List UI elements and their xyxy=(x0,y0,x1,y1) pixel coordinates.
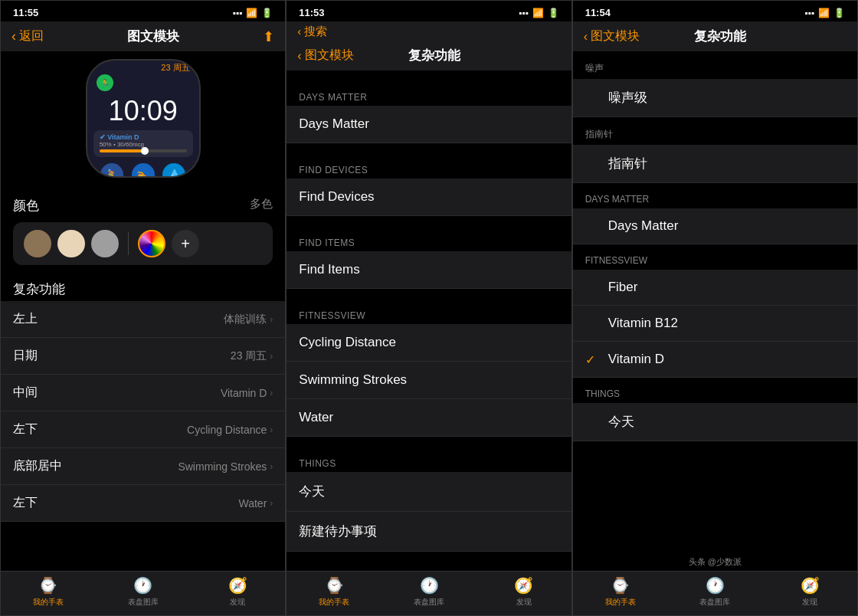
settings-row-center[interactable]: 中间 Vitamin D › xyxy=(1,375,285,411)
row-right-date: 23 周五 › xyxy=(231,349,273,363)
chevron-bottomright: › xyxy=(270,498,273,509)
row-right-topleft: 体能训练 › xyxy=(224,313,273,326)
battery-icon: 🔋 xyxy=(261,8,273,18)
tab-mywatch-3[interactable]: ⌚ 我的手表 xyxy=(573,576,668,608)
share-icon[interactable]: ⬆ xyxy=(263,28,274,45)
row-fiber[interactable]: Fiber xyxy=(573,270,857,306)
row-noise-level[interactable]: 噪声级 xyxy=(573,79,857,117)
watch-icons-row: 🚴 🏊 💧 xyxy=(87,160,199,178)
row-today-3[interactable]: 今天 xyxy=(573,403,857,441)
tab-mywatch-2[interactable]: ⌚ 我的手表 xyxy=(287,576,382,608)
signal-icon-2: ▪▪▪ xyxy=(519,8,529,18)
swatch-multicolor[interactable] xyxy=(138,230,165,257)
swatch-divider xyxy=(128,232,129,255)
back-button-1[interactable]: ‹ 返回 xyxy=(11,28,44,44)
tab-gallery-1[interactable]: 🕐 表盘图库 xyxy=(96,576,191,608)
section-header-finditems: FIND ITEMS xyxy=(287,231,571,251)
settings-row-date[interactable]: 日期 23 周五 › xyxy=(1,338,285,375)
gap-3 xyxy=(287,216,571,231)
label-vitaminb12: Vitamin B12 xyxy=(608,316,678,331)
swatch-brown[interactable] xyxy=(24,230,51,257)
swatch-beige[interactable] xyxy=(57,230,85,257)
add-color-button[interactable]: + xyxy=(172,230,199,257)
row-label-center: 中间 xyxy=(13,385,38,401)
tab-gallery-3[interactable]: 🕐 表盘图库 xyxy=(667,576,762,608)
status-icons-1: ▪▪▪ 📶 🔋 xyxy=(233,8,273,18)
list-item-daysmatter[interactable]: Days Matter xyxy=(287,106,571,143)
tab-icon-watch-2: ⌚ xyxy=(325,576,344,595)
row-vitaminb12[interactable]: Vitamin B12 xyxy=(573,306,857,342)
panel2: 11:53 ▪▪▪ 📶 🔋 ‹ 搜索 ‹ 图文模块 复杂功能 DAYS MATT… xyxy=(286,0,571,616)
tab-gallery-2[interactable]: 🕐 表盘图库 xyxy=(382,576,476,608)
time-1: 11:55 xyxy=(13,7,38,18)
row-compass[interactable]: 指南针 xyxy=(573,145,857,183)
gap-2 xyxy=(287,143,571,159)
section-days-matter: DAYS MATTER xyxy=(573,183,857,208)
list-item-cycling[interactable]: Cycling Distance xyxy=(287,324,571,362)
settings-row-bottomcenter[interactable]: 底部居中 Swimming Strokes › xyxy=(1,448,285,485)
list-item-newtodo[interactable]: 新建待办事项 xyxy=(287,512,571,552)
list-item-swimming[interactable]: Swimming Strokes xyxy=(287,362,571,399)
color-section-header: 颜色 多色 xyxy=(13,197,273,215)
row-right-bottomleft: Cycling Distance › xyxy=(187,424,273,436)
back-button-3[interactable]: ‹ 图文模块 xyxy=(584,28,640,44)
label-noise-level: 噪声级 xyxy=(608,89,647,106)
tab-discover-1[interactable]: 🧭 发现 xyxy=(191,576,286,608)
tab-discover-3[interactable]: 🧭 发现 xyxy=(762,576,857,608)
label-today-3: 今天 xyxy=(608,413,634,431)
wifi-icon-2: 📶 xyxy=(532,8,544,18)
tab-discover-2[interactable]: 🧭 发现 xyxy=(476,576,571,608)
swatch-gray[interactable] xyxy=(91,230,119,257)
back-label-1: 返回 xyxy=(19,28,44,44)
nav-bar-3: ‹ 图文模块 复杂功能 xyxy=(573,21,857,51)
tab-label-watch-2: 我的手表 xyxy=(319,597,349,608)
settings-row-topleft[interactable]: 左上 体能训练 › xyxy=(1,301,285,338)
list-item-water[interactable]: Water xyxy=(287,399,571,437)
time-3: 11:54 xyxy=(585,7,611,18)
chevron-bottomleft: › xyxy=(270,424,273,435)
row-vitamind[interactable]: ✓ Vitamin D xyxy=(573,342,857,378)
list-item-today[interactable]: 今天 xyxy=(287,472,571,512)
tab-icon-watch-1: ⌚ xyxy=(38,576,57,595)
color-title: 颜色 xyxy=(13,197,39,215)
status-icons-2: ▪▪▪ 📶 🔋 xyxy=(519,8,559,18)
row-label-bottomright: 左下 xyxy=(13,495,38,511)
back-button-2[interactable]: ‹ 图文模块 xyxy=(297,48,353,64)
nav-bar-2: ‹ 图文模块 复杂功能 xyxy=(287,41,571,70)
tab-icon-gallery-2: 🕐 xyxy=(420,576,439,595)
settings-row-bottomleft[interactable]: 左下 Cycling Distance › xyxy=(1,411,285,448)
tab-icon-gallery-1: 🕐 xyxy=(133,576,152,595)
search-label[interactable]: ‹ 搜索 xyxy=(297,25,327,38)
tab-label-gallery-1: 表盘图库 xyxy=(128,597,159,608)
tab-bar-1: ⌚ 我的手表 🕐 表盘图库 🧭 发现 xyxy=(1,571,285,615)
status-bar-3: 11:54 ▪▪▪ 📶 🔋 xyxy=(573,1,857,21)
settings-row-bottomright[interactable]: 左下 Water › xyxy=(1,485,285,522)
gap-5 xyxy=(287,437,571,452)
watch-face: 23 周五 🏃 10:09 ✔ Vitamin D 50% • 30/60mcg… xyxy=(86,59,201,178)
row-label-bottomleft: 左下 xyxy=(13,421,38,437)
tab-mywatch-1[interactable]: ⌚ 我的手表 xyxy=(1,576,96,608)
row-value-bottomcenter: Swimming Strokes xyxy=(178,460,267,473)
watermark-text: 头条 @少数派 xyxy=(573,553,857,571)
tab-label-discover-3: 发现 xyxy=(802,597,817,608)
row-days-matter[interactable]: Days Matter xyxy=(573,208,857,244)
nav-bar-1: ‹ 返回 图文模块 ⬆ xyxy=(1,21,285,51)
watch-activity-icon: 🏃 xyxy=(97,74,113,91)
row-right-bottomcenter: Swimming Strokes › xyxy=(178,460,273,473)
section-fitnessview-3: FITNESSVIEW xyxy=(573,244,857,270)
tab-icon-watch-3: ⌚ xyxy=(611,576,630,595)
search-bar: ‹ 搜索 xyxy=(287,21,571,41)
list-item-finditems[interactable]: Find Items xyxy=(287,251,571,289)
row-right-center: Vitamin D › xyxy=(221,387,273,399)
supplement-title: ✔ Vitamin D xyxy=(100,133,187,141)
progress-dot xyxy=(141,147,149,155)
wifi-icon-3: 📶 xyxy=(818,8,830,18)
complex-title: 复杂功能 xyxy=(1,273,285,301)
check-vitamind: ✓ xyxy=(585,352,601,367)
back-icon-1: ‹ xyxy=(11,28,16,44)
list-item-finddevices[interactable]: Find Devices xyxy=(287,179,571,216)
progress-fill xyxy=(100,149,143,152)
tab-label-discover-1: 发现 xyxy=(230,597,245,608)
chevron-topleft: › xyxy=(270,314,273,325)
color-swatches[interactable]: + xyxy=(13,222,273,265)
